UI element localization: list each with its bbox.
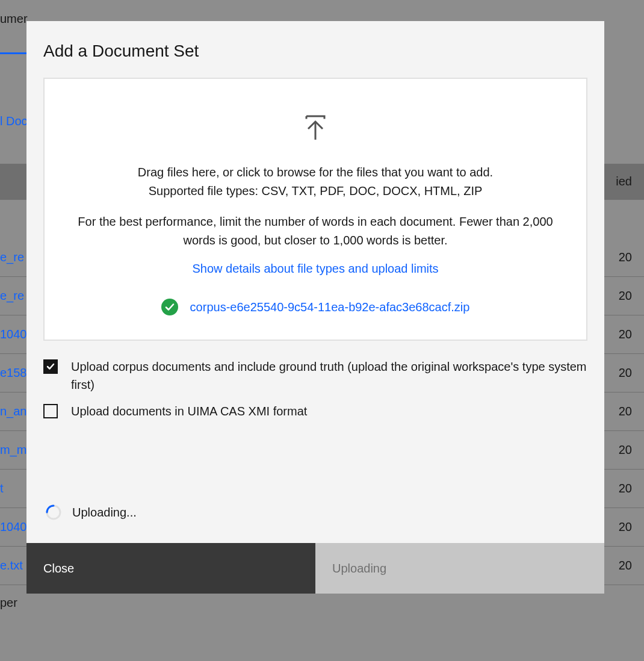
checkmark-success-icon <box>161 299 178 315</box>
bg-row-date: 20 <box>619 327 632 341</box>
ground-truth-option: Upload corpus documents and include grou… <box>43 358 587 394</box>
bg-row-link: e158 <box>0 366 27 380</box>
ground-truth-label: Upload corpus documents and include grou… <box>71 358 587 394</box>
ground-truth-checkbox[interactable] <box>43 359 58 374</box>
bg-row-date: 20 <box>619 289 632 303</box>
show-details-link[interactable]: Show details about file types and upload… <box>192 262 438 276</box>
status-text: Uploading... <box>72 506 137 520</box>
upload-button: Uploading <box>315 543 604 594</box>
bg-row-link: e_re <box>0 289 24 303</box>
bg-row-link: e_re <box>0 250 24 264</box>
bg-row-date: 20 <box>619 520 632 534</box>
bg-row-date: 20 <box>619 443 632 457</box>
modal-body: Drag files here, or click to browse for … <box>26 78 604 543</box>
spinner-icon <box>46 504 61 520</box>
upload-status: Uploading... <box>43 504 587 520</box>
uploaded-file-name[interactable]: corpus-e6e25540-9c54-11ea-b92e-afac3e68c… <box>190 300 470 314</box>
uima-option: Upload documents in UIMA CAS XMI format <box>43 402 587 420</box>
bg-row-date: 20 <box>619 366 632 380</box>
modal-footer: Close Uploading <box>26 543 604 594</box>
uima-checkbox[interactable] <box>43 404 58 418</box>
bg-footer: per <box>0 596 17 610</box>
bg-row-link: n_an <box>0 405 27 418</box>
bg-row-date: 20 <box>619 482 632 495</box>
bg-row-link: 1040 <box>0 327 27 341</box>
bg-row-date: 20 <box>619 250 632 264</box>
upload-icon <box>63 113 568 141</box>
upload-options: Upload corpus documents and include grou… <box>43 358 587 420</box>
dropzone-instructions: Drag files here, or click to browse for … <box>63 163 568 200</box>
dropzone-performance-note: For the best performance, limit the numb… <box>63 213 568 250</box>
bg-row-link: e.txt <box>0 559 23 573</box>
add-document-set-modal: Add a Document Set Drag files here, or c… <box>26 21 604 594</box>
bg-row-link: 1040 <box>0 520 27 534</box>
bg-row-date: 20 <box>619 559 632 573</box>
svg-point-0 <box>161 299 178 315</box>
modal-header: Add a Document Set <box>26 21 604 78</box>
file-dropzone[interactable]: Drag files here, or click to browse for … <box>43 78 587 341</box>
modal-title: Add a Document Set <box>43 42 587 61</box>
bg-row-link: t <box>0 482 4 495</box>
close-button[interactable]: Close <box>26 543 315 594</box>
uploaded-file-row: corpus-e6e25540-9c54-11ea-b92e-afac3e68c… <box>63 299 568 315</box>
bg-toolbar-link: l Doc <box>0 104 28 139</box>
uima-label: Upload documents in UIMA CAS XMI format <box>71 402 307 420</box>
bg-header-modified: ied <box>616 175 632 188</box>
bg-row-link: m_m <box>0 443 26 457</box>
bg-row-date: 20 <box>619 405 632 418</box>
